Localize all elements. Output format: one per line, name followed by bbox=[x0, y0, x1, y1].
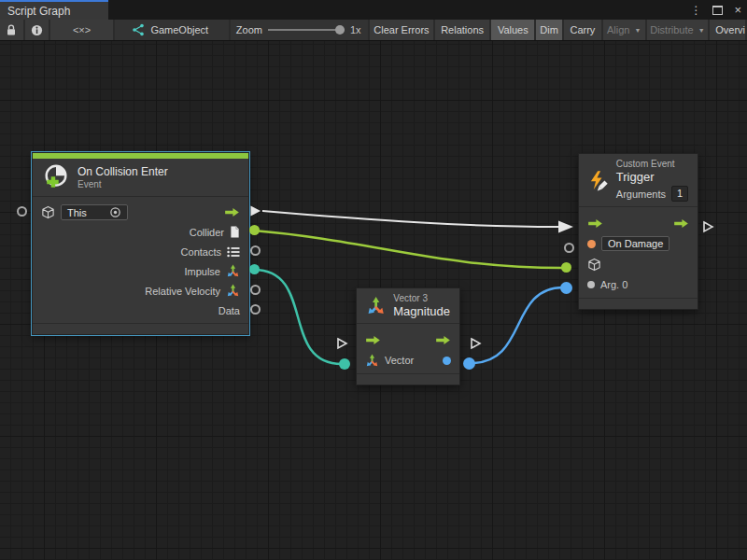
close-icon[interactable]: × bbox=[734, 4, 741, 16]
port-label: Collider bbox=[190, 227, 224, 238]
graph-toolbar: <×> GameObject Zoom 1x Clear Errors Rela… bbox=[0, 20, 747, 41]
info-button[interactable] bbox=[25, 20, 49, 40]
cube-icon bbox=[41, 205, 55, 219]
code-icon: <×> bbox=[73, 24, 91, 35]
overview-button[interactable]: Overvi bbox=[710, 20, 745, 40]
event-name-row: On Damage bbox=[579, 233, 698, 254]
node-title: Magnitude bbox=[393, 304, 450, 318]
magnitude-flow-input-port[interactable] bbox=[336, 337, 348, 350]
window-controls: ⋮ × bbox=[690, 0, 741, 20]
flow-row bbox=[357, 329, 459, 350]
zoom-control: Zoom 1x bbox=[231, 20, 368, 40]
object-picker-icon[interactable] bbox=[109, 206, 121, 218]
overview-label: Overvi bbox=[715, 24, 745, 35]
this-input-port[interactable] bbox=[17, 206, 27, 217]
event-target-input-port-connected[interactable] bbox=[561, 262, 571, 273]
arguments-count-field[interactable]: 1 bbox=[671, 186, 688, 202]
wire-collider-to-target bbox=[254, 231, 563, 268]
data-output-port[interactable] bbox=[250, 304, 261, 315]
graph-target-button[interactable]: GameObject bbox=[115, 20, 228, 40]
clear-errors-button[interactable]: Clear Errors bbox=[370, 20, 433, 40]
output-row-data: Data bbox=[33, 301, 248, 320]
node-on-collision-enter[interactable]: On Collision Enter Event This Collider bbox=[32, 152, 249, 335]
graph-canvas[interactable]: On Collision Enter Event This Collider bbox=[0, 41, 747, 560]
maximize-icon[interactable] bbox=[712, 6, 723, 15]
values-label: Values bbox=[498, 24, 529, 35]
event-name-port[interactable] bbox=[587, 240, 596, 248]
cube-icon bbox=[587, 258, 601, 272]
wire-flow-arrowhead bbox=[558, 221, 573, 233]
event-name-field[interactable]: On Damage bbox=[601, 236, 669, 251]
arg0-input-port-connected[interactable] bbox=[560, 282, 572, 294]
trigger-flow-output-port[interactable] bbox=[702, 220, 714, 233]
list-icon bbox=[227, 246, 240, 258]
node-subtitle: Event bbox=[78, 179, 168, 189]
edit-code-button[interactable]: <×> bbox=[50, 20, 114, 40]
relations-label: Relations bbox=[441, 24, 484, 35]
node-footer bbox=[579, 298, 698, 309]
lock-icon bbox=[6, 23, 17, 36]
collider-output-port[interactable] bbox=[249, 225, 260, 235]
chevron-down-icon: ▼ bbox=[698, 27, 705, 34]
window-menu-icon[interactable]: ⋮ bbox=[690, 5, 701, 16]
wire-magnitude-to-arg0 bbox=[472, 287, 563, 363]
node-title: Trigger bbox=[616, 170, 688, 184]
info-icon bbox=[31, 24, 43, 36]
vector-input-port-connected[interactable] bbox=[339, 358, 350, 370]
flow-output-port-connected[interactable] bbox=[249, 204, 261, 217]
zoom-value: 1x bbox=[350, 24, 361, 35]
target-object-field[interactable]: This bbox=[61, 204, 128, 220]
node-custom-event-trigger[interactable]: Custom Event Trigger Arguments 1 On Dama… bbox=[578, 153, 698, 310]
gameobject-label: GameObject bbox=[150, 24, 208, 35]
target-row: This bbox=[33, 203, 248, 222]
vector3-icon bbox=[226, 264, 240, 278]
carry-label: Carry bbox=[570, 24, 595, 35]
gameobject-graph-icon bbox=[132, 23, 145, 36]
magnitude-output-port-connected[interactable] bbox=[463, 357, 475, 370]
node-body: On Damage Arg. 0 bbox=[579, 207, 698, 298]
vector3-icon bbox=[226, 284, 240, 298]
port-label: Relative Velocity bbox=[145, 286, 220, 297]
target-object-value: This bbox=[67, 207, 87, 218]
zoom-slider[interactable] bbox=[268, 20, 345, 40]
vector3-icon bbox=[365, 354, 379, 368]
impulse-output-port[interactable] bbox=[249, 264, 260, 274]
port-label: Vector bbox=[385, 355, 414, 366]
flow-output-arrow-icon bbox=[224, 207, 240, 217]
align-dropdown[interactable]: Align ▼ bbox=[603, 20, 645, 40]
node-category-label: Custom Event bbox=[616, 159, 688, 169]
port-label: Impulse bbox=[184, 266, 220, 277]
tab-script-graph[interactable]: Script Graph bbox=[0, 0, 108, 20]
carry-toggle[interactable]: Carry bbox=[564, 20, 601, 40]
magnitude-flow-output-port[interactable] bbox=[470, 337, 482, 350]
node-magnitude[interactable]: Vector 3 Magnitude Vector bbox=[356, 287, 460, 385]
node-footer bbox=[33, 323, 248, 334]
distribute-label: Distribute bbox=[650, 24, 693, 35]
custom-event-icon bbox=[588, 168, 609, 193]
node-header: Vector 3 Magnitude bbox=[357, 288, 459, 324]
arguments-label: Arguments bbox=[616, 189, 666, 200]
tab-label: Script Graph bbox=[7, 5, 70, 18]
zoom-slider-knob[interactable] bbox=[335, 25, 345, 35]
arg0-port[interactable] bbox=[587, 281, 595, 288]
magnitude-output-port[interactable] bbox=[443, 357, 451, 365]
output-row-collider: Collider bbox=[33, 222, 248, 242]
arg0-row: Arg. 0 bbox=[579, 274, 698, 295]
dim-label: Dim bbox=[540, 24, 558, 35]
contacts-output-port[interactable] bbox=[250, 245, 261, 256]
port-label: Contacts bbox=[181, 246, 221, 258]
node-header: On Collision Enter Event bbox=[33, 159, 248, 197]
lock-button[interactable] bbox=[0, 20, 23, 40]
distribute-dropdown[interactable]: Distribute ▼ bbox=[647, 20, 709, 40]
node-type-label: Vector 3 bbox=[393, 293, 450, 303]
dim-toggle[interactable]: Dim bbox=[536, 20, 562, 40]
flow-output-arrow-icon bbox=[673, 218, 689, 229]
zoom-slider-track bbox=[268, 29, 345, 31]
values-toggle[interactable]: Values bbox=[491, 20, 534, 40]
node-body: Vector bbox=[357, 324, 459, 373]
event-name-input-port[interactable] bbox=[564, 243, 574, 253]
relative-velocity-output-port[interactable] bbox=[250, 285, 261, 295]
output-row-relative-velocity: Relative Velocity bbox=[33, 281, 248, 301]
relations-button[interactable]: Relations bbox=[435, 20, 490, 40]
event-name-value: On Damage bbox=[608, 238, 663, 249]
